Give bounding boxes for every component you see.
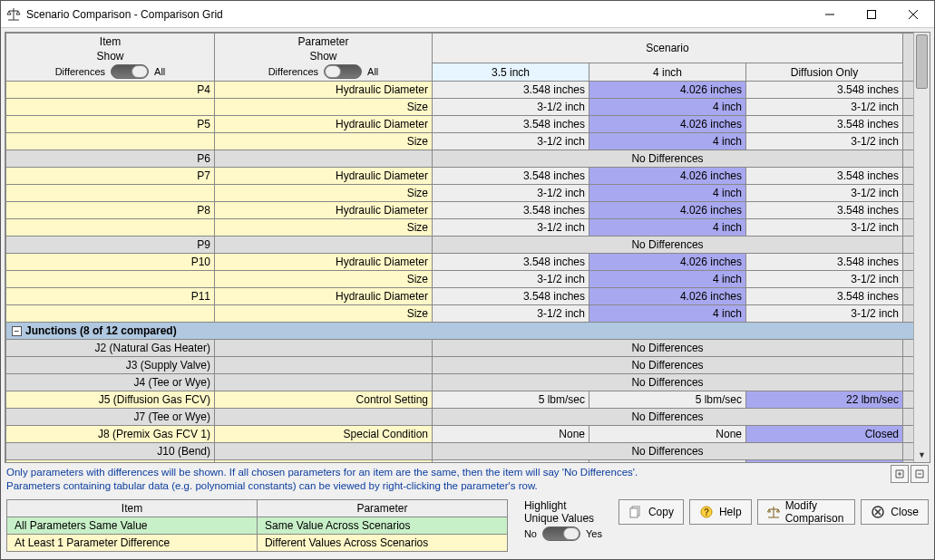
param-cell[interactable]: Size [215, 185, 433, 202]
value-cell[interactable]: 3-1/2 inch [746, 271, 903, 288]
value-cell[interactable]: 5 lbm/sec [433, 391, 589, 409]
param-cell[interactable]: Size [215, 305, 433, 323]
value-cell[interactable]: 3-1/2 inch [433, 271, 589, 288]
value-cell[interactable]: 3-1/2 inch [433, 99, 589, 116]
param-show-toggle[interactable] [324, 64, 362, 79]
value-cell[interactable]: 3-1/2 inch [433, 305, 589, 323]
value-cell[interactable]: 3.548 inches [433, 82, 589, 99]
item-cell[interactable]: P4 [6, 82, 215, 99]
item-cell[interactable]: J5 (Diffusion Gas FCV) [6, 391, 215, 409]
scrollbar-thumb[interactable] [916, 34, 928, 89]
item-cell[interactable] [6, 305, 215, 323]
scenario-col-2[interactable]: Diffusion Only [746, 63, 903, 82]
value-cell[interactable]: 3-1/2 inch [433, 185, 589, 202]
item-cell[interactable]: J7 (Tee or Wye) [6, 409, 215, 426]
value-cell[interactable]: 4 inch [589, 219, 746, 237]
item-cell[interactable]: J11 (Premix Gas FCV 2) [6, 460, 215, 463]
value-cell[interactable]: 3-1/2 inch [746, 99, 903, 116]
value-cell[interactable]: 3-1/2 inch [433, 219, 589, 237]
value-cell[interactable]: 4.026 inches [589, 168, 746, 185]
item-cell[interactable]: P8 [6, 202, 215, 219]
value-cell[interactable]: None [589, 426, 746, 443]
item-cell[interactable]: J10 (Bend) [6, 443, 215, 460]
value-cell[interactable]: 3.548 inches [433, 202, 589, 219]
value-cell[interactable]: 4 inch [589, 305, 746, 323]
value-cell[interactable]: None [433, 460, 589, 463]
copy-button[interactable]: Copy [618, 499, 684, 525]
value-cell[interactable]: 3.548 inches [746, 254, 903, 271]
param-cell[interactable]: Hydraulic Diameter [215, 202, 433, 219]
close-window-button[interactable] [892, 1, 934, 28]
value-cell[interactable]: None [433, 426, 589, 443]
item-cell[interactable]: P9 [6, 237, 215, 254]
section-header[interactable]: −Junctions (8 of 12 compared) [6, 323, 914, 340]
value-cell[interactable]: 4 inch [589, 271, 746, 288]
value-cell[interactable]: 3-1/2 inch [746, 305, 903, 323]
value-cell[interactable]: 4 inch [589, 99, 746, 116]
value-cell[interactable]: 3.548 inches [746, 202, 903, 219]
value-cell[interactable]: 3-1/2 inch [746, 219, 903, 237]
item-cell[interactable]: J3 (Supply Valve) [6, 357, 215, 374]
value-cell[interactable]: 4.026 inches [589, 254, 746, 271]
section-collapse-icon[interactable]: − [12, 326, 22, 336]
value-cell[interactable]: 3.548 inches [433, 116, 589, 133]
param-cell[interactable]: Size [215, 219, 433, 237]
item-cell[interactable]: P11 [6, 288, 215, 305]
item-cell[interactable] [6, 271, 215, 288]
value-cell[interactable]: 4.026 inches [589, 82, 746, 99]
item-cell[interactable] [6, 219, 215, 237]
maximize-button[interactable] [851, 1, 892, 28]
item-cell[interactable]: P5 [6, 116, 215, 133]
param-cell[interactable]: Size [215, 271, 433, 288]
value-cell[interactable]: None [589, 460, 746, 463]
minimize-button[interactable] [809, 1, 851, 28]
param-cell[interactable]: Size [215, 133, 433, 150]
value-cell[interactable]: 3.548 inches [433, 288, 589, 305]
value-cell[interactable]: 3-1/2 inch [746, 185, 903, 202]
item-cell[interactable] [6, 185, 215, 202]
param-cell[interactable]: Hydraulic Diameter [215, 168, 433, 185]
value-cell[interactable]: 4.026 inches [589, 288, 746, 305]
value-cell[interactable]: Closed [746, 460, 903, 463]
value-cell[interactable]: 3-1/2 inch [433, 133, 589, 150]
item-show-toggle[interactable] [111, 64, 149, 79]
value-cell[interactable]: 3.548 inches [746, 168, 903, 185]
item-cell[interactable]: J8 (Premix Gas FCV 1) [6, 426, 215, 443]
item-cell[interactable] [6, 99, 215, 116]
param-cell[interactable]: Hydraulic Diameter [215, 288, 433, 305]
help-button[interactable]: ? Help [689, 499, 752, 525]
close-button[interactable]: Close [861, 499, 929, 525]
item-cell[interactable]: P10 [6, 254, 215, 271]
value-cell[interactable]: 4 inch [589, 133, 746, 150]
value-cell[interactable]: 3-1/2 inch [746, 133, 903, 150]
item-cell[interactable]: J2 (Natural Gas Heater) [6, 340, 215, 357]
value-cell[interactable]: 3.548 inches [746, 116, 903, 133]
scenario-col-0[interactable]: 3.5 inch [433, 63, 589, 82]
value-cell[interactable]: 5 lbm/sec [589, 391, 746, 409]
value-cell[interactable]: 4.026 inches [589, 116, 746, 133]
param-cell[interactable]: Special Condition [215, 426, 433, 443]
collapse-all-button[interactable] [911, 465, 929, 483]
value-cell[interactable]: 3.548 inches [433, 168, 589, 185]
expand-all-button[interactable] [891, 465, 909, 483]
value-cell[interactable]: 4 inch [589, 185, 746, 202]
value-cell[interactable]: 22 lbm/sec [746, 391, 903, 409]
item-cell[interactable]: J4 (Tee or Wye) [6, 374, 215, 391]
item-cell[interactable]: P6 [6, 150, 215, 168]
param-cell[interactable]: Control Setting [215, 391, 433, 409]
value-cell[interactable]: 3.548 inches [746, 82, 903, 99]
item-cell[interactable]: P7 [6, 168, 215, 185]
param-cell[interactable]: Hydraulic Diameter [215, 254, 433, 271]
modify-comparison-button[interactable]: Modify Comparison [757, 499, 856, 525]
param-cell[interactable]: Hydraulic Diameter [215, 82, 433, 99]
param-cell[interactable]: Size [215, 99, 433, 116]
param-cell[interactable]: Special Condition [215, 460, 433, 463]
scroll-down-icon[interactable]: ▼ [914, 448, 930, 462]
value-cell[interactable]: 3.548 inches [746, 288, 903, 305]
highlight-toggle[interactable] [542, 526, 580, 541]
value-cell[interactable]: 3.548 inches [433, 254, 589, 271]
value-cell[interactable]: Closed [746, 426, 903, 443]
param-cell[interactable]: Hydraulic Diameter [215, 116, 433, 133]
scenario-col-1[interactable]: 4 inch [589, 63, 746, 82]
vertical-scrollbar[interactable]: ▲ ▼ [913, 33, 930, 462]
